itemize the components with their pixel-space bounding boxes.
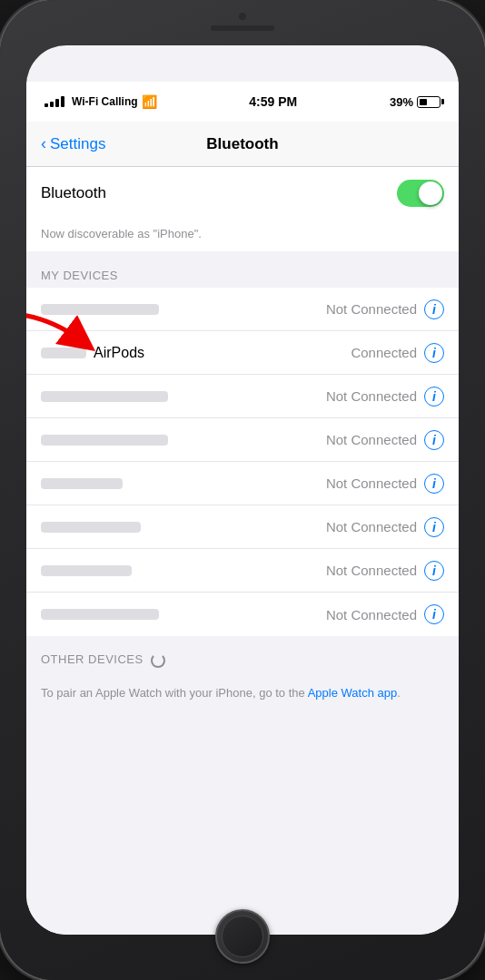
airpods-row[interactable]: AirPods Connected i: [26, 331, 459, 375]
blurred-device-name: [41, 522, 141, 533]
device-status: Not Connected: [326, 432, 417, 447]
camera-dot: [239, 13, 246, 20]
device-name-area: [41, 522, 326, 533]
device-name-area: [41, 304, 326, 315]
phone-top-bar: [211, 13, 274, 31]
bluetooth-label: Bluetooth: [41, 184, 106, 202]
footer-end: .: [397, 686, 401, 700]
wifi-icon: 📶: [142, 94, 157, 109]
status-left: Wi-Fi Calling 📶: [45, 94, 157, 109]
phone-frame: Wi-Fi Calling 📶 4:59 PM 39% ‹ Settings B…: [0, 0, 485, 980]
device-row[interactable]: Not Connected i: [26, 375, 459, 418]
discoverable-text: Now discoverable as "iPhone".: [26, 220, 459, 251]
blurred-device-name: [41, 478, 123, 489]
clock: 4:59 PM: [249, 94, 297, 109]
carrier-label: Wi-Fi Calling: [72, 95, 138, 108]
back-label: Settings: [50, 135, 105, 153]
bluetooth-section: Bluetooth Now discoverable as "iPhone".: [26, 167, 459, 251]
battery-icon: [417, 96, 440, 108]
airpods-label: AirPods: [94, 345, 144, 361]
apple-watch-app-link[interactable]: Apple Watch app: [308, 686, 398, 700]
blurred-device-name: [41, 609, 159, 620]
device-info-button[interactable]: i: [424, 604, 444, 624]
home-button-inner: [222, 916, 263, 957]
device-info-button[interactable]: i: [424, 561, 444, 581]
toggle-knob: [419, 181, 442, 205]
signal-bars: [45, 96, 64, 107]
footer-text: To pair an Apple Watch with your iPhone,…: [41, 686, 308, 700]
device-name-area: [41, 435, 326, 446]
device-row[interactable]: Not Connected i: [26, 288, 459, 331]
bluetooth-toggle-row: Bluetooth: [26, 167, 459, 220]
status-right: 39%: [390, 95, 440, 109]
device-name-area: [41, 565, 326, 576]
blurred-device-name: [41, 565, 132, 576]
home-button[interactable]: [215, 909, 270, 964]
other-devices-footer: To pair an Apple Watch with your iPhone,…: [26, 673, 459, 713]
device-status: Not Connected: [326, 475, 417, 491]
blurred-device-thumb: [41, 348, 86, 358]
device-status: Not Connected: [326, 563, 417, 578]
device-status: Not Connected: [326, 388, 417, 404]
device-status: Connected: [351, 345, 417, 360]
phone-screen: Wi-Fi Calling 📶 4:59 PM 39% ‹ Settings B…: [26, 45, 459, 935]
device-status: Not Connected: [326, 607, 417, 622]
device-info-button[interactable]: i: [424, 299, 444, 319]
searching-spinner: [151, 653, 165, 668]
device-row[interactable]: Not Connected i: [26, 505, 459, 549]
device-info-button[interactable]: i: [424, 343, 444, 363]
back-button[interactable]: ‹ Settings: [41, 134, 105, 153]
speaker-grille: [211, 25, 274, 31]
device-row[interactable]: Not Connected i: [26, 462, 459, 505]
device-name-area: [41, 609, 326, 620]
blurred-device-name: [41, 391, 168, 402]
device-status: Not Connected: [326, 519, 417, 534]
blurred-device-name: [41, 435, 168, 446]
back-chevron-icon: ‹: [41, 134, 46, 153]
device-info-button[interactable]: i: [424, 474, 444, 494]
device-info-button[interactable]: i: [424, 387, 444, 407]
battery-pct: 39%: [390, 95, 413, 109]
nav-bar: ‹ Settings Bluetooth: [26, 122, 459, 167]
blurred-device-name: [41, 304, 159, 315]
device-row[interactable]: Not Connected i: [26, 418, 459, 462]
device-status: Not Connected: [326, 301, 417, 317]
device-list: Not Connected i AirPods Connected i: [26, 288, 459, 636]
my-devices-header: MY DEVICES: [26, 252, 459, 288]
other-devices-header: OTHER DEVICES: [26, 636, 459, 673]
device-name-area: [41, 391, 326, 402]
page-title: Bluetooth: [206, 135, 278, 153]
device-info-button[interactable]: i: [424, 430, 444, 450]
status-bar: Wi-Fi Calling 📶 4:59 PM 39%: [26, 82, 459, 122]
device-info-button[interactable]: i: [424, 517, 444, 537]
content-area: Bluetooth Now discoverable as "iPhone". …: [26, 167, 459, 935]
device-name-area: [41, 478, 326, 489]
bluetooth-toggle[interactable]: [397, 180, 444, 207]
device-row[interactable]: Not Connected i: [26, 593, 459, 636]
device-row[interactable]: Not Connected i: [26, 549, 459, 593]
device-name-area: AirPods: [41, 345, 351, 361]
